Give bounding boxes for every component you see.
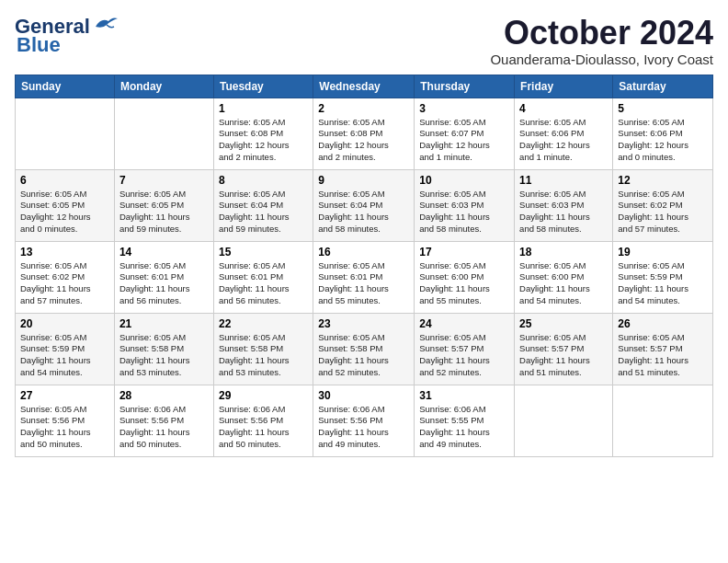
day-number: 16 [318,246,409,259]
day-number: 24 [419,317,509,330]
calendar-cell: 15Sunrise: 6:05 AM Sunset: 6:01 PM Dayli… [213,241,313,313]
calendar-cell: 21Sunrise: 6:05 AM Sunset: 5:58 PM Dayli… [114,313,213,385]
day-number: 1 [219,102,308,115]
page-header: General Blue October 2024 Ouanderama-Dio… [15,15,713,67]
day-info: Sunrise: 6:06 AM Sunset: 5:56 PM Dayligh… [119,404,209,451]
day-info: Sunrise: 6:05 AM Sunset: 6:04 PM Dayligh… [318,189,409,236]
calendar-cell: 12Sunrise: 6:05 AM Sunset: 6:02 PM Dayli… [613,169,713,241]
calendar-cell: 13Sunrise: 6:05 AM Sunset: 6:02 PM Dayli… [16,241,115,313]
weekday-header-friday: Friday [515,75,613,98]
day-info: Sunrise: 6:05 AM Sunset: 5:58 PM Dayligh… [119,332,209,379]
calendar-cell: 9Sunrise: 6:05 AM Sunset: 6:04 PM Daylig… [313,169,415,241]
day-number: 11 [519,174,608,187]
day-number: 13 [20,246,109,259]
calendar-cell: 18Sunrise: 6:05 AM Sunset: 6:00 PM Dayli… [515,241,613,313]
calendar-cell: 26Sunrise: 6:05 AM Sunset: 5:57 PM Dayli… [613,313,713,385]
calendar-cell [613,385,713,456]
month-title: October 2024 [490,15,713,52]
day-number: 4 [519,102,608,115]
calendar-week-row: 13Sunrise: 6:05 AM Sunset: 6:02 PM Dayli… [16,241,713,313]
calendar-cell: 22Sunrise: 6:05 AM Sunset: 5:58 PM Dayli… [213,313,313,385]
day-number: 28 [119,389,209,402]
calendar-cell [515,385,613,456]
title-block: October 2024 Ouanderama-Dioulasso, Ivory… [490,15,713,67]
day-info: Sunrise: 6:05 AM Sunset: 6:06 PM Dayligh… [519,117,608,164]
day-number: 22 [219,317,308,330]
day-number: 30 [318,389,409,402]
weekday-header-thursday: Thursday [415,75,515,98]
calendar-cell: 8Sunrise: 6:05 AM Sunset: 6:04 PM Daylig… [213,169,313,241]
calendar-cell: 6Sunrise: 6:05 AM Sunset: 6:05 PM Daylig… [16,169,115,241]
calendar-cell: 1Sunrise: 6:05 AM Sunset: 6:08 PM Daylig… [213,98,313,169]
calendar-week-row: 1Sunrise: 6:05 AM Sunset: 6:08 PM Daylig… [16,98,713,169]
logo-bird-icon [92,14,119,34]
day-number: 12 [618,174,708,187]
day-info: Sunrise: 6:05 AM Sunset: 6:03 PM Dayligh… [419,189,509,236]
day-number: 29 [219,389,308,402]
day-info: Sunrise: 6:05 AM Sunset: 6:01 PM Dayligh… [318,260,409,307]
day-info: Sunrise: 6:05 AM Sunset: 6:08 PM Dayligh… [219,117,308,164]
day-info: Sunrise: 6:05 AM Sunset: 6:00 PM Dayligh… [519,260,608,307]
calendar-cell: 11Sunrise: 6:05 AM Sunset: 6:03 PM Dayli… [515,169,613,241]
day-number: 3 [419,102,509,115]
calendar-cell: 20Sunrise: 6:05 AM Sunset: 5:59 PM Dayli… [16,313,115,385]
calendar-cell: 27Sunrise: 6:05 AM Sunset: 5:56 PM Dayli… [16,385,115,456]
weekday-header-saturday: Saturday [613,75,713,98]
day-number: 20 [20,317,109,330]
calendar-cell: 29Sunrise: 6:06 AM Sunset: 5:56 PM Dayli… [213,385,313,456]
day-info: Sunrise: 6:05 AM Sunset: 6:01 PM Dayligh… [219,260,308,307]
calendar-cell: 24Sunrise: 6:05 AM Sunset: 5:57 PM Dayli… [415,313,515,385]
day-info: Sunrise: 6:05 AM Sunset: 6:02 PM Dayligh… [618,189,708,236]
calendar-cell: 17Sunrise: 6:05 AM Sunset: 6:00 PM Dayli… [415,241,515,313]
day-info: Sunrise: 6:05 AM Sunset: 6:08 PM Dayligh… [318,117,409,164]
day-info: Sunrise: 6:05 AM Sunset: 6:02 PM Dayligh… [20,260,109,307]
day-number: 14 [119,246,209,259]
calendar-cell: 28Sunrise: 6:06 AM Sunset: 5:56 PM Dayli… [114,385,213,456]
day-info: Sunrise: 6:05 AM Sunset: 6:03 PM Dayligh… [519,189,608,236]
day-info: Sunrise: 6:05 AM Sunset: 5:57 PM Dayligh… [519,332,608,379]
calendar-cell: 10Sunrise: 6:05 AM Sunset: 6:03 PM Dayli… [415,169,515,241]
day-info: Sunrise: 6:05 AM Sunset: 5:58 PM Dayligh… [219,332,308,379]
day-info: Sunrise: 6:06 AM Sunset: 5:55 PM Dayligh… [419,404,509,451]
calendar-cell: 4Sunrise: 6:05 AM Sunset: 6:06 PM Daylig… [515,98,613,169]
weekday-header-row: SundayMondayTuesdayWednesdayThursdayFrid… [16,75,713,98]
day-info: Sunrise: 6:05 AM Sunset: 6:00 PM Dayligh… [419,260,509,307]
calendar-cell: 5Sunrise: 6:05 AM Sunset: 6:06 PM Daylig… [613,98,713,169]
day-number: 31 [419,389,509,402]
day-info: Sunrise: 6:05 AM Sunset: 6:07 PM Dayligh… [419,117,509,164]
day-number: 2 [318,102,409,115]
calendar-cell: 25Sunrise: 6:05 AM Sunset: 5:57 PM Dayli… [515,313,613,385]
calendar-cell: 14Sunrise: 6:05 AM Sunset: 6:01 PM Dayli… [114,241,213,313]
day-info: Sunrise: 6:05 AM Sunset: 5:59 PM Dayligh… [618,260,708,307]
calendar-week-row: 20Sunrise: 6:05 AM Sunset: 5:59 PM Dayli… [16,313,713,385]
calendar-cell: 31Sunrise: 6:06 AM Sunset: 5:55 PM Dayli… [415,385,515,456]
day-number: 27 [20,389,109,402]
day-number: 7 [119,174,209,187]
weekday-header-wednesday: Wednesday [313,75,415,98]
day-number: 15 [219,246,308,259]
day-info: Sunrise: 6:05 AM Sunset: 5:59 PM Dayligh… [20,332,109,379]
day-info: Sunrise: 6:05 AM Sunset: 6:05 PM Dayligh… [119,189,209,236]
day-info: Sunrise: 6:05 AM Sunset: 5:57 PM Dayligh… [419,332,509,379]
calendar-cell [16,98,115,169]
day-info: Sunrise: 6:05 AM Sunset: 6:04 PM Dayligh… [219,189,308,236]
day-number: 5 [618,102,708,115]
calendar-cell: 7Sunrise: 6:05 AM Sunset: 6:05 PM Daylig… [114,169,213,241]
day-number: 17 [419,246,509,259]
day-number: 19 [618,246,708,259]
day-info: Sunrise: 6:05 AM Sunset: 5:57 PM Dayligh… [618,332,708,379]
calendar-cell: 3Sunrise: 6:05 AM Sunset: 6:07 PM Daylig… [415,98,515,169]
calendar-table: SundayMondayTuesdayWednesdayThursdayFrid… [15,75,713,457]
calendar-week-row: 27Sunrise: 6:05 AM Sunset: 5:56 PM Dayli… [16,385,713,456]
calendar-cell: 16Sunrise: 6:05 AM Sunset: 6:01 PM Dayli… [313,241,415,313]
weekday-header-sunday: Sunday [16,75,115,98]
calendar-cell: 2Sunrise: 6:05 AM Sunset: 6:08 PM Daylig… [313,98,415,169]
day-number: 18 [519,246,608,259]
day-number: 21 [119,317,209,330]
day-number: 6 [20,174,109,187]
day-info: Sunrise: 6:06 AM Sunset: 5:56 PM Dayligh… [219,404,308,451]
day-number: 9 [318,174,409,187]
day-number: 26 [618,317,708,330]
calendar-cell [114,98,213,169]
day-info: Sunrise: 6:05 AM Sunset: 6:06 PM Dayligh… [618,117,708,164]
